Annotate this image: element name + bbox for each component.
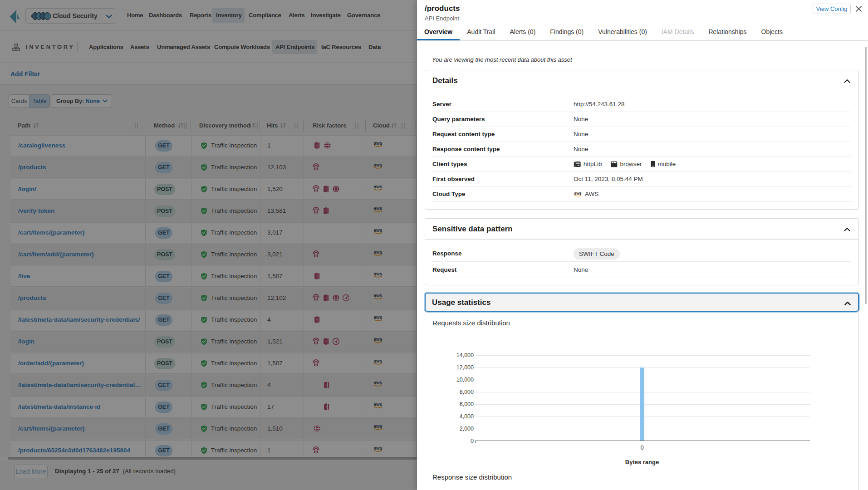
svg-text:aws: aws <box>574 191 582 196</box>
